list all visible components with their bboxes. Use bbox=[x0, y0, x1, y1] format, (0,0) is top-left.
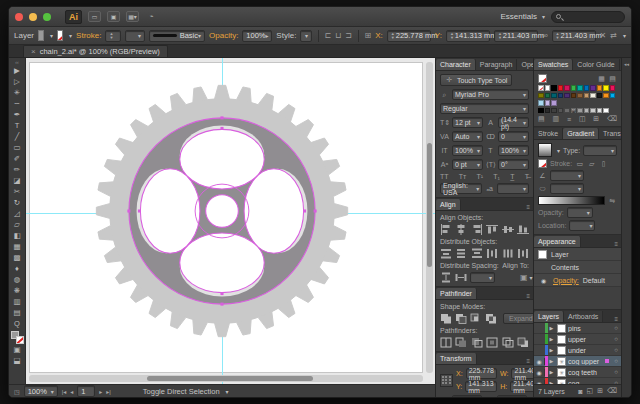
vertical-distribute-space-button[interactable] bbox=[440, 272, 452, 283]
swatch-libraries-icon[interactable]: ▤ bbox=[538, 115, 545, 123]
swatch[interactable] bbox=[577, 85, 583, 91]
align-center-icon[interactable]: ⊔ bbox=[335, 31, 341, 40]
swatch[interactable] bbox=[590, 108, 596, 114]
tool-button[interactable]: ◿ bbox=[10, 208, 25, 219]
delete-layer-icon[interactable]: ⌫ bbox=[607, 387, 617, 395]
panel-menu-icon[interactable]: ≡ bbox=[523, 358, 533, 364]
dock-collapse-strip[interactable]: ◂◂ bbox=[622, 58, 631, 397]
layer-target-icon[interactable]: ○ bbox=[611, 347, 621, 353]
tool-button[interactable]: ✳ bbox=[10, 87, 25, 98]
graphic-style-select[interactable]: ▾ bbox=[300, 30, 312, 42]
align-right-icon[interactable]: ⊐ bbox=[345, 31, 352, 40]
panel-menu-icon[interactable]: ≡ bbox=[523, 204, 533, 210]
list-view-icon[interactable]: ▤ bbox=[608, 75, 617, 83]
tool-button[interactable]: ♦ bbox=[10, 263, 25, 274]
outline-button[interactable] bbox=[502, 337, 514, 348]
leading-field[interactable]: (14.4 pt)▾ bbox=[498, 117, 529, 128]
w-field[interactable]: ▲▼211.403 mm bbox=[494, 30, 538, 42]
font-family-select[interactable]: Myriad Pro▾ bbox=[452, 89, 529, 100]
layer-row[interactable]: ▶under○ bbox=[534, 345, 621, 356]
swatch[interactable] bbox=[584, 93, 590, 99]
character-rotation-field[interactable]: 0°▾ bbox=[498, 159, 529, 170]
appearance-row-opacity[interactable]: ◉ Opacity: Default bbox=[534, 274, 621, 287]
stroke-across-icon[interactable]: ▯ bbox=[599, 160, 608, 168]
swatch[interactable] bbox=[564, 108, 570, 114]
stroke-along-icon[interactable]: ▱ bbox=[587, 160, 596, 168]
stroke-within-icon[interactable]: ▭ bbox=[575, 160, 584, 168]
grid-view-icon[interactable]: ▦ bbox=[597, 75, 606, 83]
delete-swatch-icon[interactable]: ⌫ bbox=[607, 115, 617, 123]
align-right-button[interactable] bbox=[471, 224, 483, 235]
document-tab[interactable]: × chain_2.ai* @ 100% (RGB/Preview) bbox=[23, 45, 168, 57]
tab-opentype[interactable]: OpenType bbox=[517, 59, 534, 70]
layer-target-icon[interactable]: ○ bbox=[611, 336, 621, 342]
preferences-icon[interactable]: ▣ bbox=[107, 11, 120, 22]
tool-button[interactable]: T bbox=[10, 120, 25, 131]
new-swatch-icon[interactable]: ⊞ bbox=[593, 115, 599, 123]
transform-reference-icon[interactable]: ⊞ bbox=[365, 31, 372, 40]
tool-button[interactable]: ▭ bbox=[10, 142, 25, 153]
share-cursor-icon[interactable]: ⌁ bbox=[145, 11, 158, 22]
workspace-switcher[interactable]: Essentials ▾ bbox=[501, 12, 545, 21]
subscript-icon[interactable]: T₁ bbox=[493, 173, 500, 180]
tool-button[interactable]: ◪ bbox=[10, 175, 25, 186]
prev-artboard-icon[interactable]: ◂ bbox=[70, 388, 73, 395]
merge-button[interactable] bbox=[471, 337, 483, 348]
tool-button[interactable]: ↻ bbox=[10, 197, 25, 208]
align-hcenter-button[interactable] bbox=[455, 224, 467, 235]
layer-target-icon[interactable]: ○ bbox=[611, 358, 621, 364]
tab-pathfinder[interactable]: Pathfinder bbox=[436, 288, 477, 299]
underline-icon[interactable]: T̲ bbox=[510, 173, 514, 180]
layer-target-icon[interactable]: ○ bbox=[611, 325, 621, 331]
tool-button[interactable]: ▷ bbox=[10, 76, 25, 87]
tab-stroke[interactable]: Stroke bbox=[534, 128, 563, 139]
distribute-left-button[interactable] bbox=[486, 248, 498, 259]
zoom-level-select[interactable]: 100%▾ bbox=[24, 385, 58, 397]
new-color-group-icon[interactable]: ◫ bbox=[579, 115, 586, 123]
intersect-button[interactable] bbox=[470, 313, 482, 324]
tool-button[interactable]: ▱ bbox=[10, 219, 25, 230]
screen-mode-button[interactable]: ⬓ bbox=[10, 355, 25, 366]
next-artboard-icon[interactable]: ▸ bbox=[99, 388, 102, 395]
swatch[interactable] bbox=[603, 93, 609, 99]
trim-button[interactable] bbox=[455, 337, 467, 348]
vertical-scrollbar[interactable] bbox=[426, 62, 433, 373]
tool-button[interactable]: ▥ bbox=[10, 296, 25, 307]
tab-align[interactable]: Align bbox=[436, 199, 461, 210]
transform-h-field[interactable]: 211.403 mm bbox=[510, 381, 534, 392]
tool-button[interactable]: ▩ bbox=[10, 252, 25, 263]
tab-transparency[interactable]: Transparency bbox=[599, 128, 622, 139]
status-menu-icon[interactable]: ▾ bbox=[226, 388, 229, 395]
spacing-value-select[interactable]: ▾ bbox=[470, 272, 495, 283]
swatch[interactable] bbox=[603, 85, 609, 91]
minimize-window-button[interactable] bbox=[29, 13, 37, 21]
swatch[interactable] bbox=[577, 93, 583, 99]
gradient-type-select[interactable]: ▾ bbox=[583, 145, 617, 156]
swatch[interactable] bbox=[597, 93, 603, 99]
make-clipping-mask-icon[interactable]: ◙ bbox=[578, 388, 582, 395]
swatch[interactable] bbox=[545, 100, 551, 106]
font-size-field[interactable]: 12 pt▾ bbox=[452, 117, 483, 128]
layer-row[interactable]: ◉▶✳cog teeth○ bbox=[534, 367, 621, 378]
panel-menu-icon[interactable]: ≡ bbox=[611, 241, 621, 247]
language-select[interactable]: English: USA▾ bbox=[440, 183, 482, 194]
transform-w-field[interactable]: 211.403 mm bbox=[511, 368, 534, 379]
swatch[interactable] bbox=[551, 100, 557, 106]
shear-icon[interactable]: ✕ bbox=[600, 31, 607, 40]
tab-artboards[interactable]: Artboards bbox=[564, 311, 603, 322]
tool-button[interactable]: ✂ bbox=[10, 186, 25, 197]
distribute-bottom-button[interactable] bbox=[471, 248, 483, 259]
tab-character[interactable]: Character bbox=[436, 59, 476, 70]
appearance-row-layer[interactable]: Layer bbox=[534, 248, 621, 261]
x-field[interactable]: ▲▼225.778 mm bbox=[387, 30, 431, 42]
layer-visibility-eye-icon[interactable]: ◉ bbox=[534, 358, 545, 365]
all-caps-icon[interactable]: TT bbox=[440, 173, 449, 180]
swatch[interactable] bbox=[558, 93, 564, 99]
gradient-aspect-field[interactable]: ▾ bbox=[550, 183, 584, 194]
swatch[interactable] bbox=[571, 93, 577, 99]
panel-menu-icon[interactable]: ≡ bbox=[523, 293, 533, 299]
draw-mode-button[interactable]: ▣ bbox=[10, 344, 25, 355]
swatch-options-icon[interactable]: ≡ bbox=[567, 116, 571, 123]
align-top-button[interactable] bbox=[486, 224, 498, 235]
tracking-field[interactable]: 0▾ bbox=[498, 131, 529, 142]
